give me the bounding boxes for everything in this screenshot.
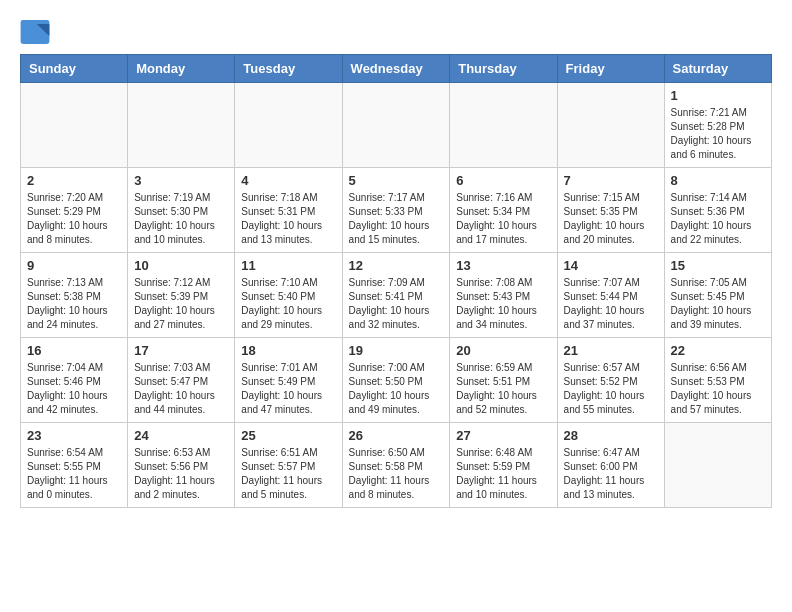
header-monday: Monday <box>128 55 235 83</box>
calendar-cell: 18Sunrise: 7:01 AM Sunset: 5:49 PM Dayli… <box>235 338 342 423</box>
header-wednesday: Wednesday <box>342 55 450 83</box>
logo <box>20 20 54 44</box>
calendar-cell <box>21 83 128 168</box>
header-row: SundayMondayTuesdayWednesdayThursdayFrid… <box>21 55 772 83</box>
week-row-4: 16Sunrise: 7:04 AM Sunset: 5:46 PM Dayli… <box>21 338 772 423</box>
day-number: 13 <box>456 258 550 273</box>
calendar-cell: 2Sunrise: 7:20 AM Sunset: 5:29 PM Daylig… <box>21 168 128 253</box>
day-info: Sunrise: 7:00 AM Sunset: 5:50 PM Dayligh… <box>349 361 444 417</box>
calendar-cell: 19Sunrise: 7:00 AM Sunset: 5:50 PM Dayli… <box>342 338 450 423</box>
calendar-cell: 8Sunrise: 7:14 AM Sunset: 5:36 PM Daylig… <box>664 168 771 253</box>
day-number: 3 <box>134 173 228 188</box>
day-info: Sunrise: 7:20 AM Sunset: 5:29 PM Dayligh… <box>27 191 121 247</box>
day-info: Sunrise: 6:54 AM Sunset: 5:55 PM Dayligh… <box>27 446 121 502</box>
day-info: Sunrise: 7:04 AM Sunset: 5:46 PM Dayligh… <box>27 361 121 417</box>
calendar-cell: 16Sunrise: 7:04 AM Sunset: 5:46 PM Dayli… <box>21 338 128 423</box>
calendar-cell: 1Sunrise: 7:21 AM Sunset: 5:28 PM Daylig… <box>664 83 771 168</box>
day-number: 19 <box>349 343 444 358</box>
header-tuesday: Tuesday <box>235 55 342 83</box>
calendar-cell: 27Sunrise: 6:48 AM Sunset: 5:59 PM Dayli… <box>450 423 557 508</box>
day-number: 12 <box>349 258 444 273</box>
day-info: Sunrise: 6:48 AM Sunset: 5:59 PM Dayligh… <box>456 446 550 502</box>
day-info: Sunrise: 7:10 AM Sunset: 5:40 PM Dayligh… <box>241 276 335 332</box>
calendar-cell <box>557 83 664 168</box>
day-info: Sunrise: 7:17 AM Sunset: 5:33 PM Dayligh… <box>349 191 444 247</box>
day-info: Sunrise: 7:05 AM Sunset: 5:45 PM Dayligh… <box>671 276 765 332</box>
day-number: 4 <box>241 173 335 188</box>
calendar-cell: 9Sunrise: 7:13 AM Sunset: 5:38 PM Daylig… <box>21 253 128 338</box>
day-info: Sunrise: 7:08 AM Sunset: 5:43 PM Dayligh… <box>456 276 550 332</box>
calendar-table: SundayMondayTuesdayWednesdayThursdayFrid… <box>20 54 772 508</box>
day-number: 6 <box>456 173 550 188</box>
calendar-cell <box>450 83 557 168</box>
calendar-cell: 21Sunrise: 6:57 AM Sunset: 5:52 PM Dayli… <box>557 338 664 423</box>
day-info: Sunrise: 7:21 AM Sunset: 5:28 PM Dayligh… <box>671 106 765 162</box>
day-info: Sunrise: 6:56 AM Sunset: 5:53 PM Dayligh… <box>671 361 765 417</box>
day-number: 9 <box>27 258 121 273</box>
svg-rect-0 <box>21 20 50 44</box>
calendar-cell <box>235 83 342 168</box>
header <box>20 20 772 44</box>
day-number: 23 <box>27 428 121 443</box>
day-number: 2 <box>27 173 121 188</box>
week-row-1: 1Sunrise: 7:21 AM Sunset: 5:28 PM Daylig… <box>21 83 772 168</box>
calendar-cell: 26Sunrise: 6:50 AM Sunset: 5:58 PM Dayli… <box>342 423 450 508</box>
calendar-cell: 22Sunrise: 6:56 AM Sunset: 5:53 PM Dayli… <box>664 338 771 423</box>
calendar-cell: 25Sunrise: 6:51 AM Sunset: 5:57 PM Dayli… <box>235 423 342 508</box>
day-info: Sunrise: 7:07 AM Sunset: 5:44 PM Dayligh… <box>564 276 658 332</box>
day-info: Sunrise: 6:47 AM Sunset: 6:00 PM Dayligh… <box>564 446 658 502</box>
day-info: Sunrise: 7:18 AM Sunset: 5:31 PM Dayligh… <box>241 191 335 247</box>
calendar-cell: 5Sunrise: 7:17 AM Sunset: 5:33 PM Daylig… <box>342 168 450 253</box>
day-number: 18 <box>241 343 335 358</box>
week-row-3: 9Sunrise: 7:13 AM Sunset: 5:38 PM Daylig… <box>21 253 772 338</box>
day-info: Sunrise: 7:16 AM Sunset: 5:34 PM Dayligh… <box>456 191 550 247</box>
day-number: 15 <box>671 258 765 273</box>
calendar-cell: 11Sunrise: 7:10 AM Sunset: 5:40 PM Dayli… <box>235 253 342 338</box>
week-row-5: 23Sunrise: 6:54 AM Sunset: 5:55 PM Dayli… <box>21 423 772 508</box>
calendar-cell <box>664 423 771 508</box>
day-info: Sunrise: 7:09 AM Sunset: 5:41 PM Dayligh… <box>349 276 444 332</box>
calendar-cell <box>342 83 450 168</box>
day-info: Sunrise: 6:53 AM Sunset: 5:56 PM Dayligh… <box>134 446 228 502</box>
day-info: Sunrise: 7:14 AM Sunset: 5:36 PM Dayligh… <box>671 191 765 247</box>
calendar-cell: 14Sunrise: 7:07 AM Sunset: 5:44 PM Dayli… <box>557 253 664 338</box>
logo-icon <box>20 20 50 44</box>
header-sunday: Sunday <box>21 55 128 83</box>
day-number: 16 <box>27 343 121 358</box>
day-info: Sunrise: 7:13 AM Sunset: 5:38 PM Dayligh… <box>27 276 121 332</box>
calendar-cell: 20Sunrise: 6:59 AM Sunset: 5:51 PM Dayli… <box>450 338 557 423</box>
day-number: 20 <box>456 343 550 358</box>
day-number: 27 <box>456 428 550 443</box>
day-info: Sunrise: 6:57 AM Sunset: 5:52 PM Dayligh… <box>564 361 658 417</box>
day-number: 25 <box>241 428 335 443</box>
calendar-cell: 28Sunrise: 6:47 AM Sunset: 6:00 PM Dayli… <box>557 423 664 508</box>
day-info: Sunrise: 7:03 AM Sunset: 5:47 PM Dayligh… <box>134 361 228 417</box>
calendar-cell: 23Sunrise: 6:54 AM Sunset: 5:55 PM Dayli… <box>21 423 128 508</box>
header-thursday: Thursday <box>450 55 557 83</box>
day-info: Sunrise: 7:01 AM Sunset: 5:49 PM Dayligh… <box>241 361 335 417</box>
day-number: 21 <box>564 343 658 358</box>
calendar-cell: 6Sunrise: 7:16 AM Sunset: 5:34 PM Daylig… <box>450 168 557 253</box>
calendar-cell: 3Sunrise: 7:19 AM Sunset: 5:30 PM Daylig… <box>128 168 235 253</box>
day-number: 26 <box>349 428 444 443</box>
header-saturday: Saturday <box>664 55 771 83</box>
day-number: 5 <box>349 173 444 188</box>
day-info: Sunrise: 6:51 AM Sunset: 5:57 PM Dayligh… <box>241 446 335 502</box>
day-number: 8 <box>671 173 765 188</box>
day-number: 10 <box>134 258 228 273</box>
day-number: 17 <box>134 343 228 358</box>
day-info: Sunrise: 7:12 AM Sunset: 5:39 PM Dayligh… <box>134 276 228 332</box>
calendar-cell: 24Sunrise: 6:53 AM Sunset: 5:56 PM Dayli… <box>128 423 235 508</box>
day-info: Sunrise: 7:15 AM Sunset: 5:35 PM Dayligh… <box>564 191 658 247</box>
calendar-cell: 7Sunrise: 7:15 AM Sunset: 5:35 PM Daylig… <box>557 168 664 253</box>
calendar-cell: 4Sunrise: 7:18 AM Sunset: 5:31 PM Daylig… <box>235 168 342 253</box>
calendar-cell <box>128 83 235 168</box>
week-row-2: 2Sunrise: 7:20 AM Sunset: 5:29 PM Daylig… <box>21 168 772 253</box>
calendar-cell: 10Sunrise: 7:12 AM Sunset: 5:39 PM Dayli… <box>128 253 235 338</box>
day-number: 14 <box>564 258 658 273</box>
day-number: 7 <box>564 173 658 188</box>
day-info: Sunrise: 6:50 AM Sunset: 5:58 PM Dayligh… <box>349 446 444 502</box>
day-number: 24 <box>134 428 228 443</box>
calendar-cell: 12Sunrise: 7:09 AM Sunset: 5:41 PM Dayli… <box>342 253 450 338</box>
day-number: 1 <box>671 88 765 103</box>
